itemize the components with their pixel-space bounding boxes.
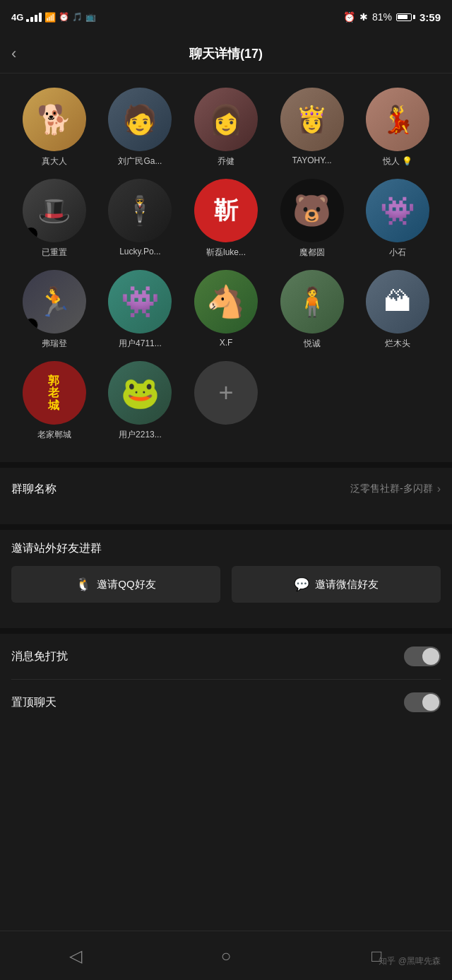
- member-item[interactable]: 🐻魔都圆: [269, 179, 355, 259]
- tiktok-badge-icon: ♪: [24, 318, 38, 332]
- member-name: 悦人 💡: [383, 155, 412, 167]
- member-item[interactable]: 🐕真大人: [11, 88, 97, 167]
- member-name: 悦诚: [304, 338, 321, 350]
- member-item[interactable]: 👸TAYOHY...: [269, 88, 355, 167]
- mute-section: 消息免打扰 置顶聊天: [0, 634, 452, 725]
- mute-toggle-thumb: [422, 648, 439, 665]
- member-item[interactable]: 🕴Lucky.Po...: [97, 179, 184, 259]
- invite-qq-button[interactable]: 🐧 邀请QQ好友: [11, 566, 220, 603]
- wifi-icon: 📶: [44, 12, 56, 23]
- member-item[interactable]: 🐸用户2213...: [97, 361, 184, 441]
- members-section: 🐕真大人🧑刘广民Ga...👩乔健👸TAYOHY...💃悦人 💡🎩♪已重置🕴Luc…: [0, 73, 452, 448]
- pin-toggle-thumb: [422, 694, 439, 711]
- member-item[interactable]: 郭老城老家郸城: [11, 361, 97, 441]
- member-name: 用户2213...: [119, 429, 162, 441]
- back-nav-icon: ◁: [69, 946, 82, 966]
- member-item[interactable]: 💃悦人 💡: [355, 88, 441, 167]
- qq-icon: 🐧: [76, 577, 91, 592]
- group-name-value: 泛零售社群-多闪群 ›: [350, 483, 441, 495]
- members-grid: 🐕真大人🧑刘广民Ga...👩乔健👸TAYOHY...💃悦人 💡🎩♪已重置🕴Luc…: [11, 88, 441, 441]
- mute-row: 消息免打扰: [11, 634, 441, 680]
- settings-section: 群聊名称 泛零售社群-多闪群 ›: [0, 468, 452, 510]
- member-item[interactable]: 👩乔健: [183, 88, 269, 167]
- member-item[interactable]: 🧑刘广民Ga...: [97, 88, 184, 167]
- battery-percent: 81%: [372, 11, 392, 23]
- member-item[interactable]: 👾小石: [355, 179, 441, 259]
- back-nav-button[interactable]: ◁: [54, 935, 97, 977]
- member-item[interactable]: 🎩♪已重置: [11, 179, 97, 259]
- add-member-item[interactable]: +: [183, 361, 269, 441]
- member-item[interactable]: 靳靳磊luke...: [183, 179, 269, 259]
- alarm-icon: ⏰: [343, 11, 355, 23]
- member-name: 用户4711...: [119, 338, 162, 350]
- back-button[interactable]: ‹: [11, 45, 16, 63]
- invite-wechat-label: 邀请微信好友: [315, 578, 379, 591]
- pin-label: 置顶聊天: [11, 695, 56, 710]
- bottom-spacer: [0, 725, 452, 796]
- header: ‹ 聊天详情(17): [0, 34, 452, 73]
- member-item[interactable]: 🏔烂木头: [355, 270, 441, 350]
- member-name: Lucky.Po...: [119, 247, 160, 256]
- member-name: 已重置: [42, 247, 67, 259]
- carrier-text: 4G: [11, 12, 23, 23]
- member-name: 刘广民Ga...: [118, 155, 162, 167]
- member-name: 魔都圆: [299, 247, 325, 259]
- pin-row: 置顶聊天: [11, 680, 441, 725]
- page-title: 聊天详情(17): [189, 45, 263, 62]
- member-name: 小石: [389, 247, 406, 259]
- extra-icon: 📺: [85, 12, 96, 22]
- section-divider: [0, 462, 452, 468]
- zhihu-credit: 知乎 @黑啤先森: [379, 955, 441, 967]
- invite-section: 邀请站外好友进群 🐧 邀请QQ好友 💬 邀请微信好友: [0, 530, 452, 614]
- member-name: 老家郸城: [37, 429, 71, 441]
- invite-qq-label: 邀请QQ好友: [97, 578, 155, 591]
- status-right: ⏰ ✱ 81% 3:59: [343, 11, 441, 23]
- mute-toggle[interactable]: [404, 647, 441, 666]
- music-icon: 🎵: [72, 12, 83, 22]
- tiktok-status-icon: ⏰: [59, 12, 69, 22]
- status-bar: 4G 📶 ⏰ 🎵 📺 ⏰ ✱ 81% 3:59: [0, 0, 452, 34]
- invite-label: 邀请站外好友进群: [11, 541, 441, 556]
- member-item[interactable]: 🏃♪弗瑞登: [11, 270, 97, 350]
- chevron-right-icon: ›: [437, 483, 441, 495]
- member-name: 烂木头: [385, 338, 410, 350]
- home-nav-icon: ○: [221, 946, 232, 966]
- member-name: TAYOHY...: [292, 155, 332, 165]
- status-left: 4G 📶 ⏰ 🎵 📺: [11, 12, 96, 23]
- tiktok-badge-icon: ♪: [24, 227, 38, 241]
- group-name-row[interactable]: 群聊名称 泛零售社群-多闪群 ›: [11, 468, 441, 510]
- member-name: 真大人: [42, 155, 67, 167]
- home-nav-button[interactable]: ○: [205, 935, 247, 977]
- bottom-nav: ◁ ○ □ 知乎 @黑啤先森: [0, 931, 452, 980]
- member-name: 靳磊luke...: [206, 247, 246, 259]
- mute-label: 消息免打扰: [11, 649, 68, 664]
- battery-icon: [396, 13, 415, 21]
- member-name: 弗瑞登: [42, 338, 67, 350]
- pin-toggle[interactable]: [404, 692, 441, 712]
- member-name: X.F: [220, 338, 233, 348]
- section-divider-2: [0, 524, 452, 530]
- invite-wechat-button[interactable]: 💬 邀请微信好友: [232, 566, 441, 603]
- invite-buttons: 🐧 邀请QQ好友 💬 邀请微信好友: [11, 566, 441, 603]
- member-item[interactable]: 👾用户4711...: [97, 270, 184, 350]
- signal-icon: [26, 13, 42, 22]
- section-divider-3: [0, 628, 452, 634]
- add-member-button[interactable]: +: [194, 361, 258, 425]
- wechat-icon: 💬: [294, 577, 309, 592]
- member-item[interactable]: 🧍悦诚: [269, 270, 355, 350]
- bluetooth-icon: ✱: [359, 11, 368, 23]
- member-item[interactable]: 🐴X.F: [183, 270, 269, 350]
- member-name: 乔健: [218, 155, 234, 167]
- time-display: 3:59: [420, 11, 441, 23]
- group-name-label: 群聊名称: [11, 482, 56, 497]
